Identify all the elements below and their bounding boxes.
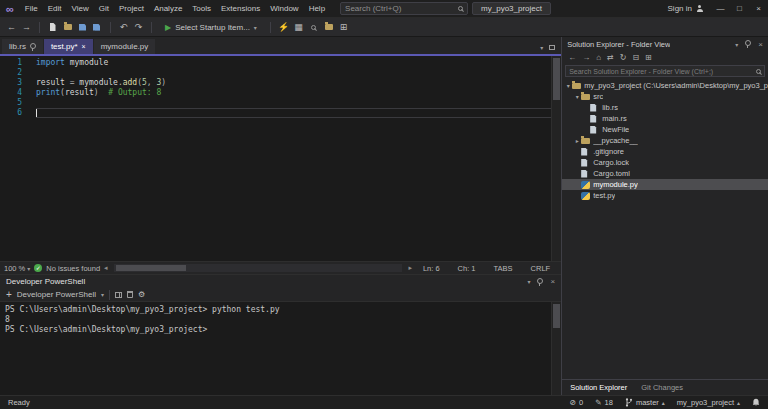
line-ending-indicator[interactable]: CRLF bbox=[531, 264, 551, 273]
profiler-icon[interactable]: ▦ bbox=[293, 20, 304, 34]
terminal-line: PS C:\Users\admin\Desktop\my_pyo3_projec… bbox=[5, 305, 547, 315]
save-all-icon[interactable] bbox=[92, 20, 103, 34]
main-content: lib.rstest.py*×mymodule.py ▾ 123456 impo… bbox=[0, 37, 768, 395]
hot-reload-icon[interactable]: ⚡ bbox=[278, 20, 289, 34]
scrollbar-thumb[interactable] bbox=[553, 58, 560, 100]
terminal-panel-tab[interactable]: Developer PowerShell bbox=[6, 277, 85, 286]
undo-icon[interactable]: ↶ bbox=[118, 20, 129, 34]
notifications-bell-button[interactable] bbox=[752, 398, 760, 407]
tab-solution-explorer[interactable]: Solution Explorer bbox=[564, 380, 633, 395]
redo-icon[interactable]: ↷ bbox=[133, 20, 144, 34]
tab-test.py[interactable]: test.py*× bbox=[44, 39, 93, 54]
terminal-output[interactable]: PS C:\Users\admin\Desktop\my_pyo3_projec… bbox=[0, 302, 561, 395]
tab-git-changes[interactable]: Git Changes bbox=[635, 380, 689, 395]
sign-in-button[interactable]: Sign in bbox=[668, 4, 703, 13]
refresh-icon[interactable]: ↻ bbox=[620, 53, 627, 62]
back-icon[interactable]: ← bbox=[568, 53, 576, 62]
collapse-all-icon[interactable]: ⊟ bbox=[632, 53, 639, 62]
split-terminal-icon[interactable] bbox=[115, 292, 122, 298]
menu-git[interactable]: Git bbox=[94, 4, 114, 13]
panel-menu-icon[interactable]: ▾ bbox=[735, 41, 738, 48]
expander-icon[interactable]: ▾ bbox=[564, 82, 572, 89]
expander-icon[interactable]: ▸ bbox=[573, 137, 581, 144]
solution-explorer-toolbar-icon[interactable] bbox=[323, 20, 334, 34]
close-panel-icon[interactable]: × bbox=[758, 40, 763, 49]
horizontal-scrollbar[interactable] bbox=[114, 264, 403, 272]
navigate-forward-icon[interactable]: → bbox=[21, 20, 32, 34]
pin-icon[interactable] bbox=[537, 278, 543, 286]
menu-analyze[interactable]: Analyze bbox=[149, 4, 187, 13]
extensions-icon[interactable]: ⊞ bbox=[338, 20, 349, 34]
menu-extensions[interactable]: Extensions bbox=[216, 4, 265, 13]
visual-studio-logo-icon[interactable]: ∞ bbox=[6, 3, 14, 15]
solution-explorer-search[interactable]: Search Solution Explorer - Folder View (… bbox=[565, 65, 765, 77]
new-terminal-button[interactable]: + bbox=[6, 289, 12, 300]
tab-lib.rs[interactable]: lib.rs bbox=[2, 39, 43, 54]
scroll-left-icon[interactable]: ◂ bbox=[104, 264, 108, 272]
forward-icon[interactable]: → bbox=[582, 53, 590, 62]
expander-icon[interactable]: ▾ bbox=[573, 93, 581, 100]
active-documents-dropdown-icon[interactable]: ▾ bbox=[540, 44, 543, 51]
zoom-control[interactable]: 100 % ▾ bbox=[4, 264, 30, 273]
tree-item-main.rs[interactable]: main.rs bbox=[562, 113, 768, 124]
menu-project[interactable]: Project bbox=[114, 4, 149, 13]
show-all-files-icon[interactable]: ⊞ bbox=[645, 53, 652, 62]
menu-file[interactable]: File bbox=[20, 4, 43, 13]
tree-item-cargo.toml[interactable]: Cargo.toml bbox=[562, 168, 768, 179]
scrollbar-thumb[interactable] bbox=[553, 304, 560, 328]
quick-search-box[interactable]: Search (Ctrl+Q) bbox=[340, 2, 468, 15]
startup-item-dropdown-icon[interactable]: ▾ bbox=[254, 24, 257, 31]
tree-item-test.py[interactable]: test.py bbox=[562, 190, 768, 201]
file-icon bbox=[581, 170, 590, 178]
pin-icon[interactable] bbox=[745, 40, 751, 48]
tree-item-lib.rs[interactable]: lib.rs bbox=[562, 102, 768, 113]
issues-status[interactable]: No issues found bbox=[46, 264, 100, 273]
git-repo-button[interactable]: my_pyo3_project ▴ bbox=[677, 398, 740, 407]
code-editor[interactable]: 123456 import mymoduleresult = mymodule.… bbox=[0, 56, 561, 261]
menu-edit[interactable]: Edit bbox=[43, 4, 67, 13]
line-number-gutter: 123456 bbox=[0, 56, 28, 261]
close-tab-icon[interactable]: × bbox=[82, 43, 86, 50]
scroll-right-icon[interactable]: ▸ bbox=[408, 264, 412, 272]
close-button[interactable]: × bbox=[749, 0, 768, 18]
find-in-files-icon[interactable] bbox=[308, 20, 319, 34]
shell-selector[interactable]: Developer PowerShell bbox=[17, 290, 96, 299]
terminal-scrollbar[interactable] bbox=[551, 302, 561, 395]
menu-help[interactable]: Help bbox=[304, 4, 330, 13]
tree-item-__pycache__[interactable]: ▸__pycache__ bbox=[562, 135, 768, 146]
editor-vertical-scrollbar[interactable] bbox=[551, 56, 561, 261]
open-file-icon[interactable] bbox=[62, 20, 73, 34]
menu-tools[interactable]: Tools bbox=[187, 4, 216, 13]
tree-item-my_pyo3_project-c-users-admin-[interactable]: ▾my_pyo3_project (C:\Users\admin\Desktop… bbox=[562, 80, 768, 91]
home-icon[interactable]: ⌂ bbox=[596, 53, 601, 62]
tree-item-src[interactable]: ▾src bbox=[562, 91, 768, 102]
menu-window[interactable]: Window bbox=[265, 4, 303, 13]
panel-menu-icon[interactable]: ▾ bbox=[527, 278, 530, 285]
indent-mode-indicator[interactable]: TABS bbox=[494, 264, 513, 273]
menu-view[interactable]: View bbox=[67, 4, 94, 13]
pin-icon[interactable] bbox=[30, 43, 36, 51]
navigate-backward-icon[interactable]: ← bbox=[6, 20, 17, 34]
minimize-button[interactable]: — bbox=[711, 0, 730, 18]
save-icon[interactable] bbox=[77, 20, 88, 34]
error-indicator[interactable]: ⊘ 0 bbox=[570, 398, 583, 407]
tree-item-newfile[interactable]: NewFile bbox=[562, 124, 768, 135]
float-tab-group-icon[interactable] bbox=[549, 45, 555, 50]
tree-item-.gitignore[interactable]: .gitignore bbox=[562, 146, 768, 157]
tree-item-mymodule.py[interactable]: mymodule.py bbox=[562, 179, 768, 190]
start-without-debugging-button[interactable]: ▶ Select Startup Item... ▾ bbox=[159, 20, 263, 35]
tab-mymodule.py[interactable]: mymodule.py bbox=[94, 39, 156, 54]
code-pane[interactable]: import mymoduleresult = mymodule.add(5, … bbox=[28, 56, 551, 261]
kill-terminal-icon[interactable] bbox=[127, 291, 133, 298]
branch-name: master bbox=[636, 398, 659, 407]
shell-selector-dropdown-icon[interactable]: ▾ bbox=[101, 291, 104, 298]
git-branch-button[interactable]: master ▴ bbox=[625, 398, 665, 407]
tree-item-cargo.lock[interactable]: Cargo.lock bbox=[562, 157, 768, 168]
switch-views-icon[interactable]: ⇄ bbox=[607, 53, 614, 62]
scrollbar-thumb[interactable] bbox=[116, 265, 186, 271]
pending-edits-indicator[interactable]: ✎ 18 bbox=[595, 398, 613, 407]
terminal-settings-icon[interactable]: ⚙ bbox=[138, 290, 145, 299]
close-panel-icon[interactable]: × bbox=[550, 277, 555, 286]
maximize-button[interactable]: □ bbox=[730, 0, 749, 18]
new-file-icon[interactable] bbox=[47, 20, 58, 34]
